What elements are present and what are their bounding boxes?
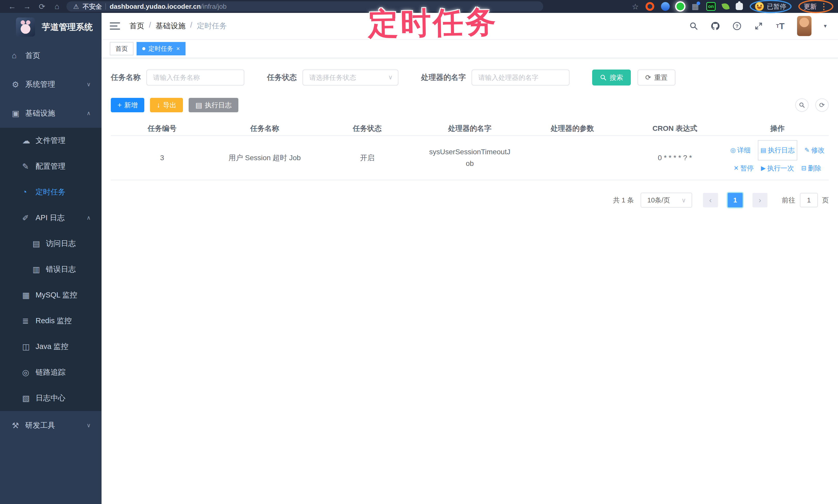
current-page-button[interactable]: 1 xyxy=(728,193,743,207)
job-name-input[interactable] xyxy=(146,70,244,86)
refresh-table-button[interactable]: ⟳ xyxy=(815,98,829,112)
sidebar-item-system[interactable]: ⚙ 系统管理 ∨ xyxy=(0,70,102,99)
download-icon: ↓ xyxy=(157,101,160,109)
font-size-icon[interactable]: TT xyxy=(775,21,785,31)
sidebar-item-access-log[interactable]: ▤ 访问日志 xyxy=(0,231,102,256)
sidebar-item-infra[interactable]: ▣ 基础设施 ∧ xyxy=(0,99,102,128)
sidebar-toggle-icon[interactable] xyxy=(110,22,120,30)
sidebar-item-scheduled-jobs[interactable]: ◔ 定时任务 xyxy=(0,179,102,205)
gear-icon: ⚙ xyxy=(12,80,25,89)
cron-cell: 0 * * * * ? * xyxy=(624,154,726,162)
security-label: 不安全 xyxy=(83,2,102,11)
search-icon[interactable] xyxy=(689,21,699,31)
fullscreen-icon[interactable] xyxy=(754,21,764,31)
browser-reload-icon[interactable]: ⟳ xyxy=(35,2,50,11)
goto-page-input[interactable] xyxy=(800,193,818,207)
tab-home[interactable]: 首页 xyxy=(110,42,134,55)
leaf-extension-icon[interactable] xyxy=(721,2,730,11)
browser-back-icon[interactable]: ← xyxy=(5,2,20,11)
cloud-upload-icon: ☁ xyxy=(22,136,36,145)
avatar-caret-icon[interactable]: ▾ xyxy=(824,23,827,29)
browser-forward-icon[interactable]: → xyxy=(20,2,35,11)
sidebar-item-dev-tools[interactable]: ⚒ 研发工具 ∨ xyxy=(0,411,102,440)
sidebar-item-home[interactable]: ⌂ 首页 xyxy=(0,41,102,70)
plus-icon: + xyxy=(118,101,122,109)
puzzle-extensions-icon[interactable] xyxy=(736,3,743,10)
app-logo xyxy=(16,18,35,37)
extension-icon[interactable] xyxy=(646,2,654,11)
breadcrumb-infra[interactable]: 基础设施 xyxy=(156,21,186,31)
add-button[interactable]: + 新增 xyxy=(111,98,144,112)
export-button[interactable]: ↓ 导出 xyxy=(150,98,183,112)
sidebar-item-api-log[interactable]: ✐ API 日志 ∧ xyxy=(0,205,102,231)
app-title: 芋道管理系统 xyxy=(42,21,93,33)
close-tab-icon[interactable]: × xyxy=(176,45,180,52)
log-icon: ▧ xyxy=(22,394,36,403)
edit-action[interactable]: ✎修改 xyxy=(804,143,825,157)
sidebar-item-error-log[interactable]: ▥ 错误日志 xyxy=(0,256,102,282)
page-unit-label: 页 xyxy=(822,196,829,205)
next-page-button[interactable]: › xyxy=(752,193,767,207)
search-button[interactable]: 搜索 xyxy=(592,70,631,86)
help-icon[interactable]: ? xyxy=(732,21,742,31)
toolbox-icon: ⚒ xyxy=(12,421,25,430)
delete-action[interactable]: ⊟删除 xyxy=(801,161,821,175)
user-avatar[interactable] xyxy=(797,16,811,36)
breadcrumb-home[interactable]: 首页 xyxy=(129,21,144,31)
job-log-action[interactable]: ▤执行日志 xyxy=(758,140,797,160)
sidebar-item-config-manage[interactable]: ✎ 配置管理 xyxy=(0,154,102,179)
sidebar-item-mysql-monitor[interactable]: ▦ MySQL 监控 xyxy=(0,282,102,308)
prev-page-button[interactable]: ‹ xyxy=(703,193,718,207)
chevron-down-icon: ∨ xyxy=(87,422,91,429)
profile-emoji-avatar[interactable] xyxy=(755,2,764,11)
app-logo-row[interactable]: 芋道管理系统 xyxy=(0,13,102,41)
sidebar-item-java-monitor[interactable]: ◫ Java 监控 xyxy=(0,334,102,360)
extension-icon[interactable] xyxy=(661,2,670,11)
pause-action[interactable]: ✕暂停 xyxy=(734,161,754,175)
browser-menu-icon[interactable]: ⋮ xyxy=(820,2,828,11)
reset-button[interactable]: ⟳ 重置 xyxy=(638,70,676,86)
jobs-table: 任务编号 任务名称 任务状态 处理器的名字 处理器的参数 CRON 表达式 操作… xyxy=(111,122,829,180)
sidebar-item-file-manage[interactable]: ☁ 文件管理 xyxy=(0,128,102,154)
tab-scheduled-jobs[interactable]: 定时任务 × xyxy=(137,42,186,55)
eye-icon: ◎ xyxy=(730,144,736,157)
extension-icon[interactable]: ▦ xyxy=(691,2,700,11)
row-actions-cell: ◎详细▤执行日志✎修改 ✕暂停▶执行一次⊟删除 xyxy=(726,140,829,175)
sidebar-item-trace[interactable]: ◎ 链路追踪 xyxy=(0,360,102,385)
github-icon[interactable] xyxy=(711,21,720,31)
handler-name-label: 处理器的名字 xyxy=(421,72,466,83)
pen-log-icon: ✐ xyxy=(22,213,36,223)
browser-update-button[interactable]: 更新 xyxy=(804,2,817,11)
sidebar-item-redis-monitor[interactable]: ≣ Redis 监控 xyxy=(0,308,102,334)
home-icon: ⌂ xyxy=(12,51,25,60)
address-divider xyxy=(105,3,106,10)
job-status-label: 任务状态 xyxy=(267,72,297,83)
goto-label: 前往 xyxy=(782,196,795,205)
job-status-select[interactable]: ∨ xyxy=(302,70,398,86)
active-tab-dot xyxy=(142,47,145,50)
table-toolbar: + 新增 ↓ 导出 ▤ 执行日志 ⟳ xyxy=(111,98,829,112)
pagination: 共 1 条 10条/页 ∨ ‹ 1 › 前往 页 xyxy=(111,193,829,208)
extension-on-badge[interactable]: on xyxy=(706,2,716,11)
page-size-select[interactable]: 10条/页 ∨ xyxy=(641,193,692,208)
handler-name-input[interactable] xyxy=(472,70,570,86)
eye-icon: ◎ xyxy=(22,368,36,377)
url-host: dashboard.yudao.iocoder.cn xyxy=(109,3,201,10)
security-warning-icon: ⚠ xyxy=(73,3,79,10)
detail-action[interactable]: ◎详细 xyxy=(730,143,751,157)
screen-icon: ◫ xyxy=(22,342,36,352)
job-id-cell: 3 xyxy=(111,154,213,162)
bookmark-star-icon[interactable]: ☆ xyxy=(632,2,639,11)
job-status-cell: 开启 xyxy=(316,153,418,163)
run-once-action[interactable]: ▶执行一次 xyxy=(761,161,794,175)
page-annotation: 定时任务 xyxy=(368,2,499,45)
exec-log-button[interactable]: ▤ 执行日志 xyxy=(189,98,238,112)
pencil-icon: ✎ xyxy=(804,144,810,157)
browser-home-icon[interactable]: ⌂ xyxy=(50,2,65,11)
chevron-up-icon: ∧ xyxy=(87,110,91,117)
extension-icon[interactable] xyxy=(677,3,684,10)
sidebar-item-log-center[interactable]: ▧ 日志中心 xyxy=(0,385,102,411)
stack-icon: ≣ xyxy=(22,316,36,326)
sidebar: 芋道管理系统 ⌂ 首页 ⚙ 系统管理 ∨ ▣ 基础设施 ∧ ☁ 文件管理 ✎ 配… xyxy=(0,13,102,504)
toggle-search-button[interactable] xyxy=(795,98,809,112)
